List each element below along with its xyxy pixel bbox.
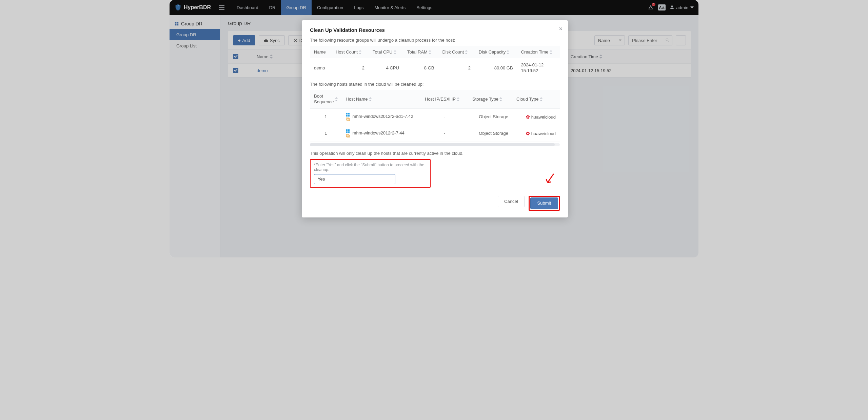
svg-rect-13 (348, 129, 350, 131)
modal-note: This operation will only clean up the ho… (310, 151, 560, 156)
th-name: Name (310, 46, 332, 58)
horizontal-scrollbar[interactable] (310, 143, 560, 146)
svg-rect-9 (348, 115, 350, 117)
confirm-input[interactable] (314, 174, 395, 184)
modal-intro-1: The following resource groups will under… (310, 38, 560, 43)
th-creation-time-m[interactable]: Creation Time (517, 46, 560, 58)
windows-icon (346, 129, 350, 138)
th-storage-type[interactable]: Storage Type (468, 90, 512, 108)
svg-rect-7 (348, 113, 350, 114)
svg-rect-10 (346, 118, 349, 120)
submit-button[interactable]: Submit (530, 197, 558, 209)
th-boot-seq[interactable]: BootSequence (310, 90, 342, 108)
th-disk-count-m[interactable]: Disk Count (438, 46, 474, 58)
th-host-count[interactable]: Host Count (332, 46, 369, 58)
cancel-button[interactable]: Cancel (498, 196, 524, 207)
cleanup-modal: × Clean Up Validation Resources The foll… (302, 20, 568, 217)
th-host-ip[interactable]: Host IP/ESXi IP (421, 90, 468, 108)
stack-icon (346, 134, 350, 138)
svg-rect-8 (346, 115, 348, 117)
modal-intro-2: The following hosts started in the cloud… (310, 82, 560, 87)
confirm-hint: *Enter "Yes" and click the "Submit" butt… (314, 163, 427, 172)
huawei-icon: ✿ (526, 114, 530, 120)
submit-highlight-box: Submit (529, 196, 560, 211)
svg-rect-17 (347, 135, 350, 137)
confirm-highlight-box: *Enter "Yes" and click the "Submit" butt… (310, 159, 431, 188)
modal-title: Clean Up Validation Resources (310, 27, 560, 33)
close-icon[interactable]: × (559, 26, 563, 32)
svg-rect-14 (346, 131, 348, 133)
th-cloud-type[interactable]: Cloud Type (512, 90, 560, 108)
th-disk-capacity-m[interactable]: Disk Capacity (475, 46, 517, 58)
svg-rect-15 (348, 131, 350, 133)
hosts-row: 1mhm-windows2012r2-7.44-Object Storage✿h… (310, 125, 560, 142)
th-total-ram[interactable]: Total RAM (403, 46, 438, 58)
hosts-row: 1mhm-windows2012r2-ad1-7.42-Object Stora… (310, 108, 560, 125)
hosts-table: BootSequence Host Name Host IP/ESXi IP S… (310, 90, 560, 142)
svg-rect-6 (346, 113, 348, 114)
annotation-arrow-icon (546, 173, 555, 186)
groups-table: Name Host Count Total CPU Total RAM Disk… (310, 46, 560, 78)
groups-row: demo 2 4 CPU 8 GB 2 80.00 GB 2024-01-121… (310, 58, 560, 78)
th-total-cpu[interactable]: Total CPU (369, 46, 403, 58)
svg-rect-16 (346, 134, 349, 136)
svg-rect-11 (347, 119, 350, 121)
stack-icon (346, 118, 350, 121)
svg-rect-12 (346, 129, 348, 131)
th-host-name[interactable]: Host Name (342, 90, 421, 108)
huawei-icon: ✿ (526, 131, 530, 136)
windows-icon (346, 113, 350, 121)
